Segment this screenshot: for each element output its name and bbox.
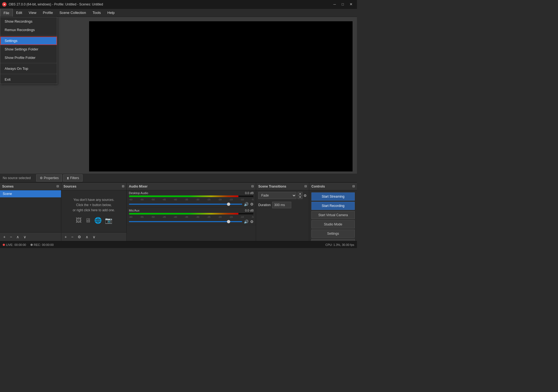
menu-item-edit[interactable]: Edit [13, 9, 25, 17]
audio-slider-thumb-mic [227, 220, 230, 223]
audio-slider-mic[interactable] [129, 221, 242, 222]
audio-mixer-panel: Audio Mixer ⊟ Desktop Audio 0.0 dB -60-5… [127, 183, 256, 241]
transition-selector-row: Fade ▲ ▼ ⚙ [256, 190, 309, 201]
audio-channel-desktop-header: Desktop Audio 0.0 dB [129, 191, 254, 195]
rec-dot [31, 244, 33, 246]
title-bar: ● OBS 27.0.0 (64-bit, windows) - Profile… [0, 0, 357, 9]
scenes-remove-btn[interactable]: − [8, 234, 14, 239]
menu-show-settings-folder[interactable]: Show Settings Folder [0, 45, 57, 53]
audio-level-bar-mic [129, 213, 254, 215]
scene-transitions-panel: Scene Transitions ⊟ Fade ▲ ▼ ⚙ Duration [256, 183, 309, 241]
controls-panel-body: Start Streaming Start Recording Start Vi… [309, 190, 357, 241]
audio-slider-thumb-desktop [227, 203, 230, 206]
no-source-label: No source selected [3, 176, 31, 180]
filter-icon: ⧗ [67, 176, 69, 180]
scenes-panel-header: Scenes ⊟ [0, 183, 61, 190]
sources-up-btn[interactable]: ∧ [84, 234, 90, 239]
menu-item-scene-collection[interactable]: Scene Collection [56, 9, 89, 17]
live-dot [3, 244, 5, 246]
settings-button[interactable]: Settings [311, 230, 355, 238]
sources-panel-footer: + − ⚙ ∧ ∨ [61, 232, 126, 241]
audio-ticks-desktop: -60-55-50-45-40-35-30-25-20-15-10-5 [129, 198, 254, 201]
sources-panel-menu-icon[interactable]: ⊟ [122, 185, 124, 188]
cpu-label: CPU: 1.3%, 30.00 fps [325, 243, 354, 246]
transition-up-btn[interactable]: ▲ [298, 192, 302, 195]
sources-add-btn[interactable]: + [63, 234, 68, 239]
scenes-down-btn[interactable]: ∨ [22, 234, 28, 239]
menu-exit[interactable]: Exit [0, 75, 57, 84]
title-bar-left: ● OBS 27.0.0 (64-bit, windows) - Profile… [2, 2, 103, 7]
scenes-add-btn[interactable]: + [2, 234, 7, 239]
menu-item-tools[interactable]: Tools [89, 9, 104, 17]
menu-settings[interactable]: Settings [0, 37, 57, 45]
live-indicator: LIVE: 00:00:00 [3, 243, 26, 246]
audio-mixer-panel-body: Desktop Audio 0.0 dB -60-55-50-45-40-35-… [127, 190, 256, 241]
sources-config-btn[interactable]: ⚙ [76, 234, 83, 239]
sources-panel-body[interactable]: You don't have any sources. Click the + … [61, 190, 126, 232]
sources-down-btn[interactable]: ∨ [91, 234, 97, 239]
close-button[interactable]: ✕ [347, 1, 355, 7]
menu-show-profile-folder[interactable]: Show Profile Folder [0, 53, 57, 62]
start-recording-button[interactable]: Start Recording [311, 202, 355, 210]
properties-tab[interactable]: ⚙ Properties [36, 174, 62, 182]
duration-input[interactable] [272, 202, 291, 208]
audio-controls-desktop: 🔊 ⚙ [129, 202, 254, 206]
audio-slider-desktop[interactable] [129, 204, 242, 205]
exit-button[interactable]: Exit [311, 239, 355, 241]
transition-down-btn[interactable]: ▼ [298, 195, 302, 199]
file-dropdown-menu: Show Recordings Remux Recordings Setting… [0, 17, 57, 84]
transition-select[interactable]: Fade [258, 192, 296, 199]
audio-mixer-panel-menu-icon[interactable]: ⊟ [251, 185, 254, 188]
menu-item-view[interactable]: View [25, 9, 40, 17]
rec-indicator: REC: 00:00:00 [31, 243, 54, 246]
camera-source-icon: 📷 [105, 216, 112, 225]
title-bar-controls: ─ □ ✕ [331, 1, 355, 7]
source-bar: No source selected ⚙ Properties ⧗ Filter… [0, 174, 357, 182]
audio-mute-btn-desktop[interactable]: 🔊 [244, 202, 248, 206]
audio-settings-btn-mic[interactable]: ⚙ [250, 219, 254, 224]
filters-tab[interactable]: ⧗ Filters [63, 174, 83, 182]
menu-item-file[interactable]: File [0, 9, 13, 17]
menu-always-on-top[interactable]: Always On Top [0, 64, 57, 73]
audio-channel-desktop: Desktop Audio 0.0 dB -60-55-50-45-40-35-… [127, 190, 256, 208]
scene-transitions-panel-menu-icon[interactable]: ⊟ [304, 185, 307, 188]
start-streaming-button[interactable]: Start Streaming [311, 192, 355, 201]
menu-show-recordings[interactable]: Show Recordings [0, 17, 57, 26]
sources-panel: Sources ⊟ You don't have any sources. Cl… [61, 183, 127, 241]
audio-settings-btn-desktop[interactable]: ⚙ [250, 202, 254, 206]
audio-mute-btn-mic[interactable]: 🔊 [244, 219, 248, 224]
controls-panel-header: Controls ⊟ [309, 183, 357, 190]
menu-remux-recordings[interactable]: Remux Recordings [0, 26, 57, 34]
duration-row: Duration [256, 201, 309, 209]
controls-panel: Controls ⊟ Start Streaming Start Recordi… [309, 183, 357, 241]
menu-item-help[interactable]: Help [104, 9, 118, 17]
menu-separator-1 [0, 35, 57, 35]
image-source-icon: 🖼 [76, 216, 82, 225]
transition-spin-buttons: ▲ ▼ [298, 192, 302, 199]
browser-source-icon: 🌐 [94, 216, 102, 225]
maximize-button[interactable]: □ [339, 1, 347, 7]
sources-remove-btn[interactable]: − [69, 234, 75, 239]
audio-level-bar-desktop [129, 195, 254, 197]
sources-icon-row: 🖼 🖥 🌐 📷 [65, 216, 123, 225]
transition-settings-btn[interactable]: ⚙ [304, 194, 307, 198]
minimize-button[interactable]: ─ [331, 1, 338, 7]
audio-channel-mic: Mic/Aux 0.0 dB -60-55-50-45-40-35-30-25-… [127, 208, 256, 225]
studio-mode-button[interactable]: Studio Mode [311, 220, 355, 228]
start-virtual-camera-button[interactable]: Start Virtual Camera [311, 211, 355, 219]
audio-ticks-mic: -60-55-50-45-40-35-30-25-20-15-10-5 [129, 216, 254, 218]
scenes-panel-menu-icon[interactable]: ⊟ [56, 185, 59, 188]
menu-item-profile[interactable]: Profile [40, 9, 56, 17]
controls-panel-menu-icon[interactable]: ⊟ [352, 185, 355, 188]
scene-transitions-panel-body: Fade ▲ ▼ ⚙ Duration [256, 190, 309, 241]
sources-empty-text: You don't have any sources. Click the + … [61, 193, 126, 230]
audio-channel-mic-header: Mic/Aux 0.0 dB [129, 209, 254, 212]
scenes-panel: Scenes ⊟ Scene + − ∧ ∨ [0, 183, 61, 241]
audio-level-fill-desktop [129, 195, 238, 197]
scene-transitions-panel-header: Scene Transitions ⊟ [256, 183, 309, 190]
scene-item-0[interactable]: Scene [0, 190, 61, 197]
audio-controls-mic: 🔊 ⚙ [129, 219, 254, 224]
scenes-up-btn[interactable]: ∧ [15, 234, 21, 239]
menu-separator-3 [0, 74, 57, 74]
window-title: OBS 27.0.0 (64-bit, windows) - Profile: … [9, 2, 103, 6]
